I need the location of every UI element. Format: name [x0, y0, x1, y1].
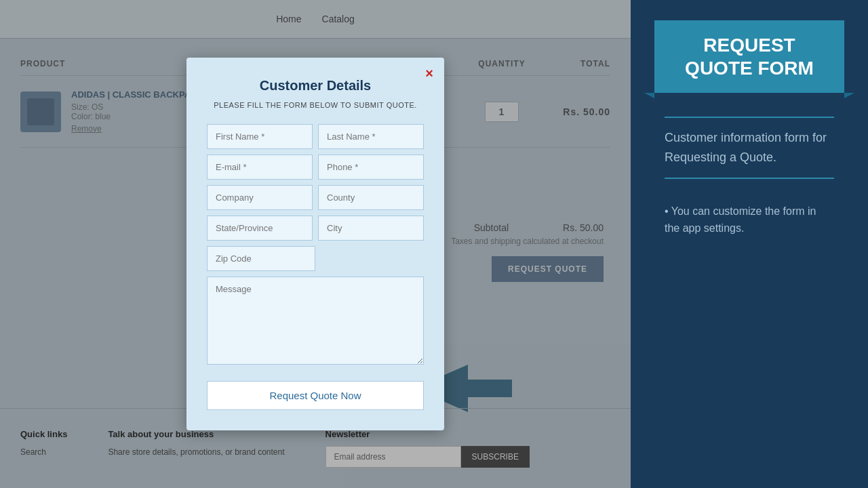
- banner-container: REQUEST QUOTE FORM: [654, 20, 844, 93]
- contact-row: [207, 155, 424, 180]
- email-field[interactable]: [207, 155, 313, 180]
- sidebar-divider-bottom: [665, 178, 834, 179]
- name-row: [207, 124, 424, 149]
- sidebar-description: Customer information form for Requesting…: [665, 128, 834, 167]
- customer-details-modal: Customer Details PLEASE FILL THE FORM BE…: [186, 58, 444, 430]
- state-city-row: [207, 216, 424, 241]
- banner: REQUEST QUOTE FORM: [654, 20, 844, 93]
- first-name-input[interactable]: [207, 124, 313, 149]
- sidebar-tip: • You can customize the form in the app …: [665, 203, 834, 237]
- right-sidebar: REQUEST QUOTE FORM Customer information …: [631, 0, 868, 488]
- zip-field[interactable]: [207, 246, 315, 271]
- zip-row: [207, 246, 424, 271]
- modal-title: Customer Details: [207, 78, 424, 94]
- banner-title: REQUEST QUOTE FORM: [675, 34, 824, 79]
- submit-button[interactable]: Request Quote Now: [207, 381, 424, 410]
- company-county-row: [207, 185, 424, 210]
- banner-ribbon-right: [844, 93, 854, 98]
- phone-field[interactable]: [318, 155, 424, 180]
- sidebar-divider-top: [665, 117, 834, 118]
- city-field[interactable]: [318, 216, 424, 241]
- last-name-input[interactable]: [318, 124, 424, 149]
- company-field[interactable]: [207, 185, 313, 210]
- modal-close-button[interactable]: ×: [425, 66, 433, 81]
- modal-overlay: Customer Details PLEASE FILL THE FORM BE…: [0, 0, 631, 488]
- state-field[interactable]: [207, 216, 313, 241]
- banner-ribbon-left: [644, 93, 654, 98]
- modal-subtitle: PLEASE FILL THE FORM BELOW TO SUBMIT QUO…: [207, 100, 424, 110]
- county-field[interactable]: [318, 185, 424, 210]
- message-field[interactable]: [207, 277, 424, 365]
